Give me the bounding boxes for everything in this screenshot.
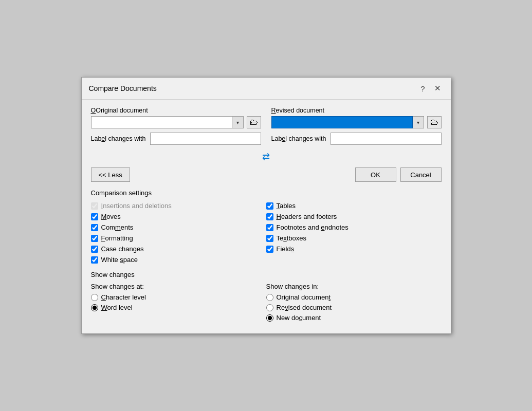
checkbox-footnotes-label: Footnotes and endnotes <box>277 223 348 231</box>
comparison-settings-section: Comparison settings Insertions and delet… <box>91 189 442 264</box>
checkbox-textboxes-input[interactable] <box>266 235 273 242</box>
original-doc-select-wrapper: Academic Writing Style Sheet Template.d … <box>91 116 244 128</box>
checkbox-headers-footers-label: Headers and footers <box>277 213 337 220</box>
less-button[interactable]: << Less <box>91 167 130 182</box>
checkbox-tables: Tables <box>266 202 442 210</box>
revised-doc-input[interactable]: Academic Writing Style Sheet Template.d <box>271 116 413 128</box>
checkbox-case-changes-input[interactable] <box>91 246 98 253</box>
checkbox-moves: Moves <box>91 213 266 220</box>
revised-doc-label: Revised document <box>271 107 442 114</box>
radio-word-level-input[interactable] <box>91 304 98 311</box>
title-bar: Compare Documents ? ✕ <box>82 78 451 100</box>
radio-character-level: Character level <box>91 293 266 301</box>
title-bar-controls: ? ✕ <box>418 83 443 94</box>
checkbox-formatting-input[interactable] <box>91 235 98 242</box>
original-label-changes-row: Label changes with <box>91 133 261 145</box>
show-changes-title: Show changes <box>91 271 442 278</box>
checkbox-moves-input[interactable] <box>91 213 98 220</box>
help-button[interactable]: ? <box>418 83 427 94</box>
revised-doc-dropdown-arrow[interactable]: ▾ <box>413 116 424 128</box>
checkbox-textboxes-label: Textboxes <box>277 234 307 242</box>
revised-doc-section: Revised document Academic Writing Style … <box>271 107 442 145</box>
show-changes-in-col: Show changes in: Original document Revis… <box>266 283 442 324</box>
original-doc-folder-button[interactable]: 🗁 <box>247 116 261 128</box>
swap-row: ⇄ <box>91 151 442 162</box>
checkbox-insertions: Insertions and deletions <box>91 202 266 210</box>
checkbox-insertions-label: Insertions and deletions <box>101 202 172 210</box>
radio-original-document-input[interactable] <box>266 294 273 301</box>
checkbox-fields: Fields <box>266 245 442 253</box>
close-button[interactable]: ✕ <box>432 83 444 94</box>
checkbox-footnotes: Footnotes and endnotes <box>266 223 442 231</box>
radio-character-level-label: Character level <box>101 293 146 301</box>
show-changes-in-label: Show changes in: <box>266 283 442 290</box>
radio-revised-document-label: Revised document <box>277 304 332 311</box>
checkbox-comments-input[interactable] <box>91 224 98 231</box>
checkbox-moves-label: Moves <box>101 213 121 220</box>
dialog-title: Compare Documents <box>89 84 157 92</box>
revised-doc-folder-button[interactable]: 🗁 <box>427 116 442 128</box>
checkbox-case-changes: Case changes <box>91 245 266 253</box>
checkbox-formatting-label: Formatting <box>101 234 133 242</box>
comparison-checkboxes-grid: Insertions and deletions Moves <box>91 202 442 264</box>
revised-label-changes-row: Label changes with Proofreading Academy <box>271 133 442 145</box>
compare-documents-dialog: Compare Documents ? ✕ OOriginal document… <box>81 77 451 334</box>
checkbox-fields-input[interactable] <box>266 246 273 253</box>
original-doc-input[interactable]: Academic Writing Style Sheet Template.d <box>91 116 232 128</box>
original-doc-dropdown-arrow[interactable]: ▾ <box>232 116 244 128</box>
original-doc-label: OOriginal document <box>91 107 261 114</box>
checkbox-white-space-label: White space <box>101 256 138 264</box>
comparison-settings-title: Comparison settings <box>91 189 442 197</box>
checkbox-footnotes-input[interactable] <box>266 224 273 231</box>
checkbox-headers-footers: Headers and footers <box>266 213 442 220</box>
right-checkbox-col: Tables Headers and footers F <box>266 202 442 264</box>
radio-new-document-label: New document <box>277 314 321 322</box>
radio-new-document: New document <box>266 314 442 322</box>
checkbox-tables-label: Tables <box>277 202 296 210</box>
radio-word-level: Word level <box>91 304 266 311</box>
revised-doc-input-row: Academic Writing Style Sheet Template.d … <box>271 116 442 128</box>
checkbox-tables-input[interactable] <box>266 202 273 210</box>
radio-revised-document-input[interactable] <box>266 304 273 311</box>
checkbox-formatting: Formatting <box>91 234 266 242</box>
original-doc-section: OOriginal document Academic Writing Styl… <box>91 107 261 145</box>
ok-button[interactable]: OK <box>355 167 396 182</box>
documents-row: OOriginal document Academic Writing Styl… <box>91 107 442 145</box>
revised-label-changes-text: Label changes with <box>271 135 326 142</box>
checkbox-insertions-input[interactable] <box>91 202 98 210</box>
show-changes-at-label: Show changes at: <box>91 283 266 290</box>
checkbox-textboxes: Textboxes <box>266 234 442 242</box>
show-changes-row: Show changes at: Character level Word le… <box>91 283 442 324</box>
radio-character-level-input[interactable] <box>91 294 98 301</box>
radio-revised-document: Revised document <box>266 304 442 311</box>
checkbox-white-space: White space <box>91 256 266 264</box>
revised-doc-select-wrapper: Academic Writing Style Sheet Template.d … <box>271 116 424 128</box>
checkbox-fields-label: Fields <box>277 245 295 253</box>
checkbox-white-space-input[interactable] <box>91 256 98 264</box>
show-changes-at-col: Show changes at: Character level Word le… <box>91 283 266 324</box>
swap-icon[interactable]: ⇄ <box>262 151 270 162</box>
radio-new-document-input[interactable] <box>266 314 273 322</box>
checkbox-headers-footers-input[interactable] <box>266 213 273 220</box>
dialog-body: OOriginal document Academic Writing Styl… <box>82 100 451 333</box>
revised-label-changes-input[interactable]: Proofreading Academy <box>331 133 442 145</box>
radio-original-document-label: Original document <box>277 293 331 301</box>
button-row: << Less OK Cancel <box>91 167 442 182</box>
checkbox-comments-label: Comments <box>101 223 134 231</box>
show-changes-section: Show changes Show changes at: Character … <box>91 271 442 324</box>
checkbox-case-changes-label: Case changes <box>101 245 144 253</box>
left-checkbox-col: Insertions and deletions Moves <box>91 202 266 264</box>
radio-original-document: Original document <box>266 293 442 301</box>
cancel-button[interactable]: Cancel <box>400 167 442 182</box>
original-doc-input-row: Academic Writing Style Sheet Template.d … <box>91 116 261 128</box>
radio-word-level-label: Word level <box>101 304 133 311</box>
original-label-changes-input[interactable] <box>150 133 261 145</box>
ok-cancel-group: OK Cancel <box>355 167 442 182</box>
checkbox-comments: Comments <box>91 223 266 231</box>
original-label-changes-text: Label changes with <box>91 135 146 142</box>
